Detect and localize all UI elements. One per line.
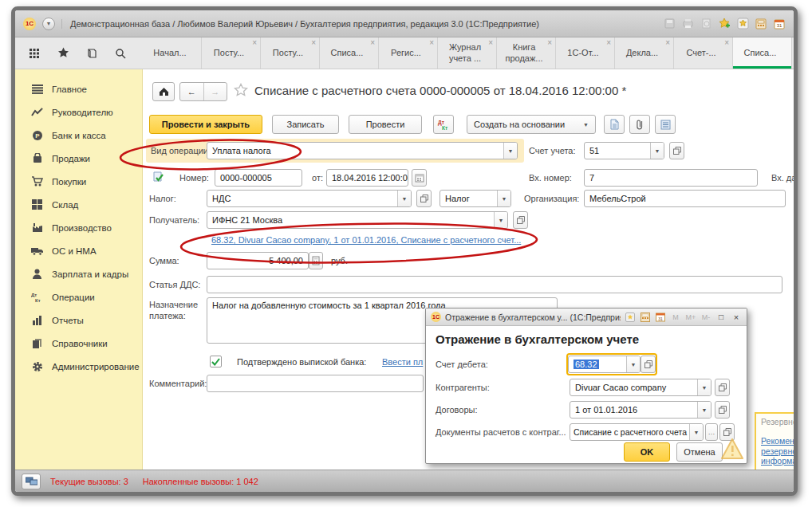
attachment-button[interactable] [629,115,650,134]
sidebar-item-spravochniki[interactable]: Справочники [15,332,142,355]
sidebar-item-otchety[interactable]: Отчеты [15,309,142,332]
settlement-docs-combo[interactable]: Списание с расчетного счета ▼ [570,423,704,441]
tab-close-icon[interactable]: × [547,40,552,46]
function-menu-icon[interactable] [28,47,41,60]
tab-schet[interactable]: Счет-...× [674,37,733,69]
tax-open-button[interactable] [416,190,432,207]
account-open-button[interactable] [669,142,684,159]
amount-field[interactable]: 5 400,00 [207,252,309,269]
tab-nachal[interactable]: Начал... [143,37,202,69]
close-icon[interactable]: × [731,312,742,323]
favorites-star-icon[interactable] [57,47,69,60]
tab-dekla[interactable]: Декла...× [615,37,674,69]
sidebar-item-sklad[interactable]: Склад [15,193,142,216]
enter-payment-order-link[interactable]: Ввести пл [382,357,423,367]
preview-icon[interactable] [700,18,712,30]
calendar-icon[interactable]: 31 [655,312,666,323]
tab-close-icon[interactable]: × [311,40,316,46]
recipient-open-button[interactable] [513,211,528,229]
tax-combo[interactable]: НДС ▼ [207,190,412,207]
notification-link-line1[interactable]: Рекомендует [761,436,794,446]
tax-kind-combo[interactable]: Налог ▼ [440,190,511,207]
search-icon[interactable] [114,47,127,60]
tab-1c-ot[interactable]: 1С-От...× [556,37,615,69]
contracts-open-button[interactable] [715,401,730,419]
ok-button[interactable]: OK [624,442,670,462]
add-favorite-icon[interactable] [718,18,731,30]
memory-button[interactable]: M [670,312,681,323]
dds-field[interactable] [207,276,782,293]
favorites-icon[interactable] [625,312,636,323]
tab-close-icon[interactable]: × [665,40,670,46]
tab-postu-2[interactable]: Посту...× [261,37,320,69]
tab-close-icon[interactable]: × [724,40,729,46]
sidebar-item-glavnoe[interactable]: Главное [15,77,142,100]
calculator-icon[interactable] [755,18,767,30]
date-field[interactable]: 18.04.2016 12:00:00 [326,169,408,187]
sidebar-item-operacii[interactable]: ДтКтОперации [15,285,142,309]
operation-kind-combo[interactable]: Уплата налога ▼ [207,142,518,159]
tab-postu-1[interactable]: Посту...× [202,37,261,69]
sidebar-item-zarplata[interactable]: Зарплата и кадры [15,262,142,285]
counterparties-open-button[interactable] [715,379,730,396]
sidebar-item-pokupki[interactable]: Покупки [15,170,142,193]
tab-spisa-active[interactable]: Списа... [733,37,792,69]
sidebar-item-os-nma[interactable]: ОС и НМА [15,239,142,262]
tab-close-icon[interactable]: × [606,40,611,46]
save-button[interactable]: Записать [272,115,339,134]
tab-kniga[interactable]: Книга продаж...× [497,37,556,69]
sidebar-item-administrirovanie[interactable]: Администрирование [15,355,142,378]
post-button[interactable]: Провести [349,115,422,134]
sidebar-item-proizvodstvo[interactable]: Производство [15,216,142,239]
chevron-down-icon[interactable]: ▼ [497,191,510,206]
favorite-star-icon[interactable] [234,83,248,100]
chevron-down-icon[interactable]: ▼ [689,424,703,440]
notification-link-line3[interactable]: информацио [761,456,794,466]
maximize-icon[interactable]: □ [715,312,727,323]
sidebar-item-bank-kassa[interactable]: РБанк и касса [15,124,142,147]
main-menu-button[interactable]: ▼ [42,18,55,30]
tab-close-icon[interactable]: × [429,40,434,46]
post-and-close-button[interactable]: Провести и закрыть [149,115,262,134]
organization-field[interactable]: МебельСтрой [584,190,786,207]
debit-account-open-button[interactable] [641,356,656,373]
forward-icon[interactable]: → [203,83,227,100]
tab-regis[interactable]: Регис...× [379,37,438,69]
chevron-down-icon[interactable]: ▼ [397,191,411,206]
account-combo[interactable]: 51 ▼ [584,142,664,159]
tab-close-icon[interactable]: × [252,40,257,46]
sidebar-item-rukovoditelyu[interactable]: Руководителю [15,100,142,124]
print-icon[interactable] [681,18,694,30]
memory-minus-button[interactable]: M- [700,312,711,323]
calendar-icon[interactable]: 31 [773,18,786,30]
memory-plus-button[interactable]: M+ [685,312,696,323]
home-button[interactable] [152,82,175,101]
settlement-docs-ellipsis-button[interactable]: … [705,423,718,441]
file-button[interactable] [604,115,625,134]
chevron-down-icon[interactable]: ▼ [697,402,711,418]
chevron-down-icon[interactable]: ▼ [626,356,640,372]
dt-kt-postings-button[interactable]: ДтКт [433,115,454,134]
confirmed-checkbox[interactable] [210,356,222,367]
create-based-on-button[interactable]: Создать на основании▼ [467,115,596,134]
report-structure-button[interactable] [655,115,676,134]
incoming-number-field[interactable]: 7 [584,169,758,187]
favorites-icon[interactable] [736,18,749,30]
tab-zhurnal[interactable]: Журнал учета ...× [438,37,497,69]
counterparties-combo[interactable]: Divuar Cacao company ▼ [570,379,711,396]
back-icon[interactable]: ← [180,87,203,96]
history-icon[interactable] [85,47,98,60]
contracts-combo[interactable]: 1 от 01.01.2016 ▼ [570,401,711,419]
performance-monitor-button[interactable] [22,474,41,489]
amount-calculator-button[interactable] [309,252,323,269]
accounting-details-link[interactable]: 68.32, Divuar Cacao company, 1 от 01.01.… [211,235,521,245]
save-icon[interactable] [663,18,676,30]
chevron-down-icon[interactable]: ▼ [650,143,664,159]
comment-field[interactable] [207,375,424,392]
cancel-button[interactable]: Отмена [676,442,723,462]
tab-spisa-1[interactable]: Списа...× [320,37,379,69]
chevron-down-icon[interactable]: ▼ [697,379,711,395]
calculator-icon[interactable] [640,312,651,323]
debit-account-combo[interactable]: 68.32 ▼ [568,356,641,373]
tab-close-icon[interactable]: × [370,40,375,46]
